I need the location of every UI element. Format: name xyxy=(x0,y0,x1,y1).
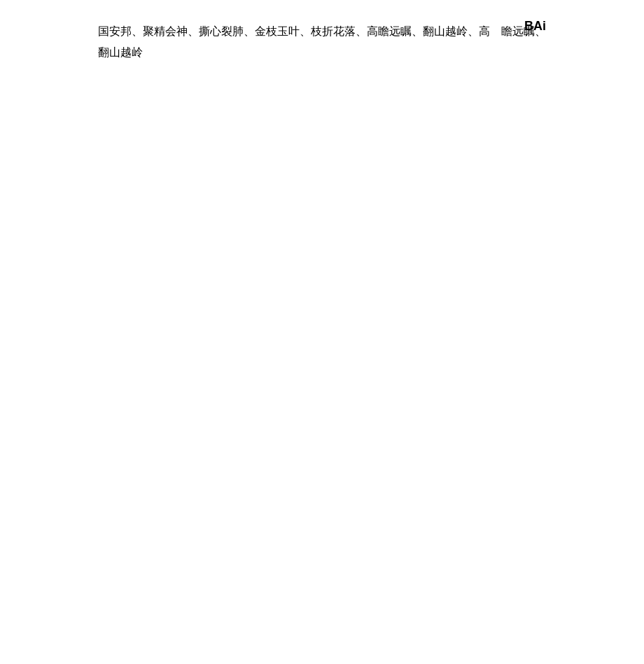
main-text: 国安邦、聚精会神、撕心裂肺、金枝玉叶、枝折花落、高瞻远瞩、翻山越岭、高 瞻远瞩、… xyxy=(98,21,546,64)
page-container: BAi 国安邦、聚精会神、撕心裂肺、金枝玉叶、枝折花落、高瞻远瞩、翻山越岭、高 … xyxy=(0,0,644,664)
content-area: 国安邦、聚精会神、撕心裂肺、金枝玉叶、枝折花落、高瞻远瞩、翻山越岭、高 瞻远瞩、… xyxy=(0,14,644,71)
bai-label: BAi xyxy=(524,19,546,34)
